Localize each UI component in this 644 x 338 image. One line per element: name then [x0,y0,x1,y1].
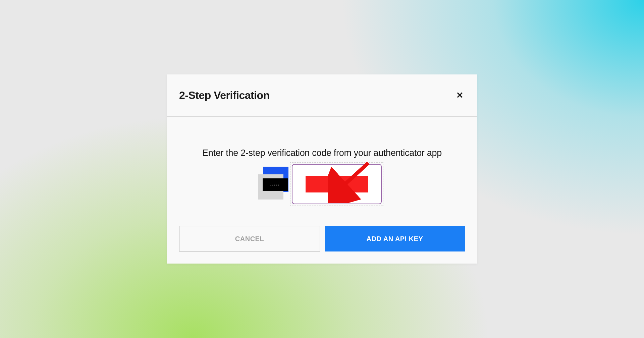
verification-dialog: 2-Step Verification ✕ Enter the 2-step v… [167,74,477,264]
redacted-code [306,176,368,192]
instruction-text: Enter the 2-step verification code from … [195,147,449,159]
dialog-body: Enter the 2-step verification code from … [167,117,477,264]
password-dots: ••••• [270,183,280,186]
cancel-button[interactable]: CANCEL [179,226,320,251]
dialog-header: 2-Step Verification ✕ [167,74,477,117]
verification-code-input[interactable] [292,164,382,204]
close-icon[interactable]: ✕ [455,90,465,101]
code-input-selection [290,162,383,206]
button-row: CANCEL ADD AN API KEY [179,226,465,251]
password-dots-box: ••••• [263,178,288,191]
code-input-area: ••••• [258,162,386,206]
add-api-key-button[interactable]: ADD AN API KEY [325,226,465,251]
dialog-title: 2-Step Verification [179,89,270,102]
